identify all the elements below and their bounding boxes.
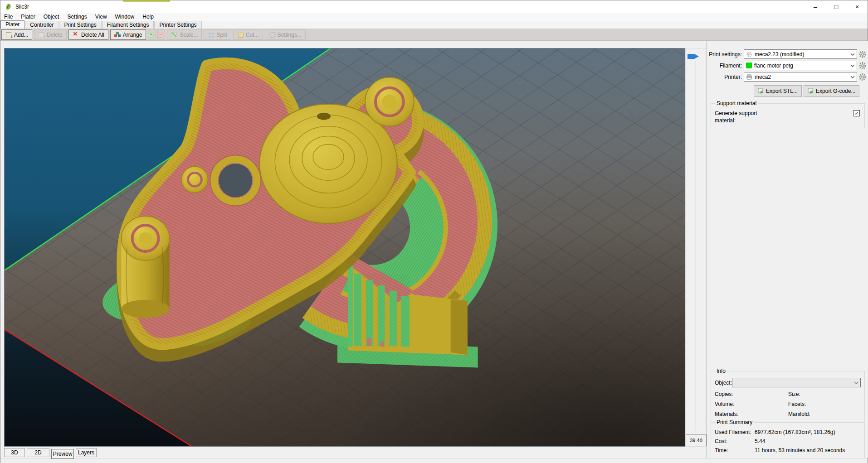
cut-button[interactable]: Cut... [233, 29, 263, 40]
settings-panel: Print settings: meca2.23 (modified) Fi [707, 41, 868, 458]
used-filament-label: Used Filament: [715, 429, 755, 435]
chevron-down-icon [850, 64, 855, 67]
delete-button[interactable]: Delete [34, 29, 67, 40]
export-gcode-button[interactable]: Export G-code... [804, 85, 859, 97]
tab-print-settings[interactable]: Print Settings [59, 21, 101, 29]
delete-all-button[interactable]: Delete All [68, 29, 108, 40]
scale-button[interactable]: Scale... [167, 29, 202, 40]
chevron-down-icon [854, 381, 858, 384]
object-combobox[interactable] [732, 378, 861, 387]
menu-object[interactable]: Object [39, 13, 63, 21]
settings-button[interactable]: Settings... [265, 29, 306, 40]
increase-copies-button[interactable] [148, 29, 156, 40]
tab-filament-settings[interactable]: Filament Settings [102, 21, 154, 29]
split-dots-icon [208, 32, 214, 38]
info-legend: Info [715, 368, 727, 374]
materials-label: Materials: [715, 411, 788, 417]
print-summary-legend: Print Summary [715, 419, 754, 425]
menu-settings[interactable]: Settings [63, 13, 91, 21]
menu-view[interactable]: View [91, 13, 111, 21]
gear-icon [858, 73, 867, 81]
window-title: Slic3r [15, 4, 29, 10]
preview-scene [5, 48, 685, 446]
add-cube-icon [5, 32, 12, 38]
through-hole [210, 155, 261, 206]
scale-arrows-icon [171, 32, 177, 38]
screen-artifact-bar [123, 0, 170, 2]
filament-combobox[interactable]: flanc motor petg [744, 61, 857, 70]
viewport-3d-preview[interactable] [4, 48, 685, 447]
tab-3d[interactable]: 3D [4, 448, 25, 457]
delete-cube-icon [38, 32, 44, 38]
printer-icon [746, 74, 752, 80]
print-settings-row: Print settings: meca2.23 (modified) [707, 49, 867, 59]
printer-combobox[interactable]: meca2 [744, 72, 857, 82]
cost-label: Cost: [715, 438, 755, 444]
decrease-copies-button[interactable] [157, 29, 165, 40]
main-tabbar: Plater Controller Print Settings Filamen… [0, 21, 868, 29]
size-label: Size: [788, 391, 861, 397]
filament-row: Filament: flanc motor petg [707, 61, 867, 70]
window-controls: – □ × [805, 0, 868, 13]
object-label: Object: [715, 380, 732, 386]
split-button[interactable]: Split [204, 29, 231, 40]
arrange-cubes-icon [114, 32, 121, 38]
print-summary-group: Print Summary Used Filament: 6977.62cm (… [711, 422, 865, 460]
plater-toolbar: Add... Delete Delete All Arrange Scale..… [0, 29, 868, 41]
menu-file[interactable]: File [0, 13, 17, 21]
minimize-button[interactable]: – [805, 0, 826, 13]
tab-2d[interactable]: 2D [27, 448, 49, 457]
tab-plater[interactable]: Plater [0, 20, 24, 29]
chevron-down-icon [850, 53, 855, 56]
printer-gear-button[interactable] [858, 72, 867, 82]
manifold-label: Manifold: [788, 411, 861, 417]
generate-support-label: Generate support material: [715, 110, 774, 124]
facets-label: Facets: [788, 401, 861, 407]
used-filament-value: 6977.62cm (167.83cm³, 181.26g) [755, 429, 835, 435]
view-tabbar: 3D 2D Preview Layers [0, 447, 685, 458]
volume-label: Volume: [715, 401, 788, 407]
generate-support-checkbox[interactable]: ✓ [853, 110, 860, 116]
menu-plater[interactable]: Plater [17, 13, 39, 21]
close-button[interactable]: × [847, 0, 868, 13]
red-x-icon [73, 32, 79, 38]
plus-circle-icon [148, 32, 154, 38]
tab-printer-settings[interactable]: Printer Settings [154, 21, 201, 29]
tab-layers[interactable]: Layers [76, 448, 97, 457]
menu-window[interactable]: Window [111, 13, 139, 21]
time-value: 11 hours, 53 minutes and 20 seconds [755, 447, 845, 453]
export-buttons: Export STL... Export G-code... [754, 85, 868, 97]
boss-cylinder-lower-left [122, 216, 170, 318]
tab-controller[interactable]: Controller [25, 21, 59, 29]
boss-upper-right [365, 77, 414, 126]
tab-preview[interactable]: Preview [51, 449, 74, 459]
layer-slider-handle[interactable] [687, 53, 700, 60]
cost-value: 5.44 [755, 438, 765, 444]
print-settings-gear-button[interactable] [858, 50, 867, 59]
print-settings-combobox[interactable]: meca2.23 (modified) [744, 49, 857, 59]
chevron-down-icon [850, 76, 855, 78]
add-button[interactable]: Add... [1, 29, 32, 40]
gear-icon [269, 32, 275, 38]
layer-slider-track[interactable] [695, 61, 696, 431]
filament-gear-button[interactable] [858, 61, 867, 70]
time-label: Time: [715, 447, 755, 453]
export-stl-button[interactable]: Export STL... [754, 85, 802, 97]
layer-height-value: 39.40 [686, 434, 707, 446]
printer-label: Printer: [707, 74, 742, 80]
info-group: Info Object: Copies: Size: Volume: Facet… [711, 371, 865, 421]
menu-help[interactable]: Help [138, 13, 158, 21]
printer-row: Printer: meca2 [707, 72, 867, 82]
boss-small-left [181, 166, 208, 193]
export-icon [808, 88, 814, 94]
arrange-button[interactable]: Arrange [110, 29, 146, 40]
gear-icon [858, 50, 867, 58]
cut-box-icon [237, 32, 244, 38]
support-material-group: Support material Generate support materi… [711, 103, 865, 128]
maximize-button[interactable]: □ [826, 0, 847, 13]
menubar: File Plater Object Settings View Window … [0, 13, 868, 21]
slic3r-window: Slic3r – □ × File Plater Object Settings… [0, 0, 868, 463]
support-material-legend: Support material [715, 100, 758, 106]
filament-label: Filament: [707, 63, 742, 69]
copies-label: Copies: [715, 391, 788, 397]
